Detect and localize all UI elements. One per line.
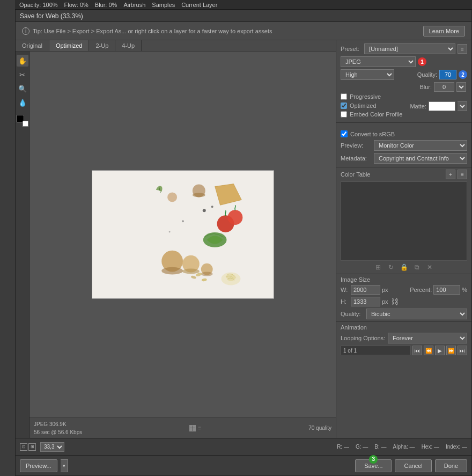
preview-status: JPEG 306.9K 56 sec @ 56.6 Kbps ≡ 70 qual… (30, 418, 336, 438)
hand-tool-icon[interactable]: ✋ (17, 55, 28, 67)
food-image-svg (92, 170, 274, 299)
convert-srgb-checkbox[interactable] (341, 130, 348, 137)
alpha-value: Alpha: — (393, 444, 415, 450)
svg-point-2 (192, 193, 205, 197)
status-left: JPEG 306.9K 56 sec @ 56.6 Kbps (34, 420, 82, 436)
save-badge: 3 (369, 455, 378, 464)
height-input[interactable] (351, 297, 380, 306)
tip-bar: i Tip: Use File > Export > Export As... … (16, 22, 471, 40)
channel-info: R: — G: — B: — Alpha: — Hex: — Index: — (337, 444, 467, 450)
resample-quality-row: Quality: Bicubic (336, 307, 471, 321)
svg-point-16 (201, 272, 212, 276)
canvas-icon-2[interactable]: ⊞ (28, 443, 36, 451)
first-frame-btn[interactable]: ⏮ (412, 346, 422, 355)
tab-original[interactable]: Original (16, 40, 49, 51)
ct-icon-2[interactable]: ↻ (386, 262, 396, 272)
progressive-checkbox[interactable] (341, 93, 347, 100)
last-frame-btn[interactable]: ⏭ (458, 346, 467, 355)
height-unit: px (382, 298, 388, 305)
learn-more-button[interactable]: Learn More (423, 26, 465, 36)
grid-icon (189, 425, 196, 431)
left-toolbar: ✋ ✂ 🔍 💧 (16, 52, 30, 438)
zoom-select[interactable]: 33,3% (40, 442, 64, 452)
height-label: H: (341, 298, 349, 305)
convert-srgb-label[interactable]: Convert to sRGB (350, 131, 395, 137)
width-row: W: px (341, 285, 403, 295)
matte-select[interactable]: ▾ (458, 101, 467, 111)
quality-input[interactable] (439, 70, 456, 79)
format-select[interactable]: JPEG (341, 56, 416, 67)
color-table-add-icon[interactable]: + (446, 170, 455, 179)
ps-left-strip (0, 0, 15, 476)
tabs-bar: Original Optimized 2-Up 4-Up (16, 40, 336, 52)
preset-label: Preset: (341, 46, 362, 52)
width-input[interactable] (351, 285, 380, 295)
matte-color-swatch[interactable] (429, 101, 455, 111)
metadata-select[interactable]: Copyright and Contact Info (374, 153, 467, 164)
color-table-label: Color Table (341, 171, 370, 178)
link-chain-icon[interactable]: ⛓ (391, 297, 399, 306)
looping-select[interactable]: Forever (388, 333, 467, 343)
preset-select[interactable]: [Unnamed] (364, 43, 455, 54)
menu-item-samples[interactable]: Samples (152, 2, 175, 8)
playback-bar: 1 of 1 ⏮ ⏪ ▶ ⏩ ⏭ (341, 346, 467, 355)
quality-label: Quality: (417, 71, 437, 78)
progressive-label[interactable]: Progressive (350, 93, 381, 100)
width-label: W: (341, 287, 349, 293)
menu-item-flow[interactable]: Flow: 0% (64, 2, 88, 8)
quality-badge: 2 (459, 70, 467, 79)
play-btn[interactable]: ▶ (435, 346, 445, 355)
ct-icon-1[interactable]: ⊞ (373, 262, 383, 272)
menu-item-opacity[interactable]: Opacity: 100% (19, 2, 58, 8)
menu-item-airbrush[interactable]: Airbrush (123, 2, 145, 8)
zoom-tool-icon[interactable]: 🔍 (17, 83, 28, 94)
status-format-size: JPEG 306.9K (34, 420, 82, 428)
preview-row: Preview: Monitor Color (336, 139, 471, 152)
embed-color-checkbox[interactable] (341, 111, 347, 118)
ct-icon-5[interactable]: ✕ (425, 262, 434, 272)
optimized-checkbox[interactable] (341, 102, 347, 109)
blur-dropdown-arrow[interactable]: ▾ (456, 82, 467, 92)
svg-point-14 (182, 269, 200, 274)
done-button[interactable]: Done (435, 459, 467, 472)
svg-point-7 (211, 206, 213, 208)
tab-2up[interactable]: 2-Up (89, 40, 115, 51)
optimized-label[interactable]: Optimized (350, 102, 377, 109)
left-panel: Original Optimized 2-Up 4-Up ✋ ✂ 🔍 💧 (16, 40, 336, 438)
menu-item-current-layer[interactable]: Current Layer (181, 2, 217, 8)
canvas-icon-1[interactable]: ⊡ (20, 443, 27, 451)
preset-menu-button[interactable]: ≡ (458, 44, 467, 54)
ct-icon-3[interactable]: 🔒 (399, 262, 409, 272)
g-value: G: — (356, 444, 368, 450)
color-table-menu-icon[interactable]: ≡ (458, 170, 467, 179)
percent-row: Percent: % (405, 285, 467, 295)
looping-label: Looping Options: (341, 335, 386, 341)
preview-select[interactable]: Monitor Color (374, 140, 467, 151)
embed-color-label[interactable]: Embed Color Profile (350, 111, 402, 118)
preview-button[interactable]: Preview... (20, 459, 57, 472)
percent-input[interactable] (433, 285, 460, 295)
ct-icon-4[interactable]: ⧉ (412, 262, 422, 272)
save-button-container: Save... 3 (355, 459, 392, 472)
tab-optimized[interactable]: Optimized (49, 40, 90, 51)
color-table-header: Color Table + ≡ (336, 167, 471, 181)
background-swatch[interactable] (23, 121, 28, 127)
menu-item-blur[interactable]: Blur: 0% (95, 2, 117, 8)
next-frame-btn[interactable]: ⏩ (446, 346, 456, 355)
convert-srgb-row: Convert to sRGB (336, 127, 471, 139)
status-menu-icon[interactable]: ≡ (198, 425, 201, 431)
image-size-title: Image Size (336, 274, 471, 284)
eyedropper-tool-icon[interactable]: 💧 (17, 97, 28, 108)
prev-frame-btn[interactable]: ⏪ (424, 346, 433, 355)
b-value: B: — (374, 444, 386, 450)
r-value: R: — (337, 444, 349, 450)
looping-row: Looping Options: Forever (341, 333, 467, 343)
preview-arrow-button[interactable]: ▾ (61, 459, 68, 472)
slice-tool-icon[interactable]: ✂ (17, 69, 28, 80)
cancel-button[interactable]: Cancel (395, 459, 431, 472)
subquality-select[interactable]: High (341, 69, 394, 80)
resample-select[interactable]: Bicubic (366, 309, 467, 319)
color-swatches (17, 115, 28, 127)
blur-input[interactable] (434, 82, 454, 92)
tab-4up[interactable]: 4-Up (115, 40, 142, 51)
